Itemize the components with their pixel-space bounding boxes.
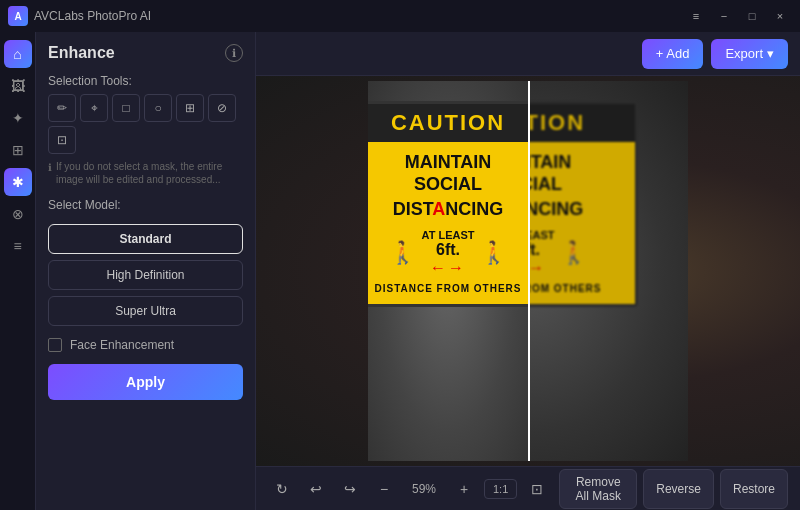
title-bar: A AVCLabs PhotoPro AI ≡ − □ × [0, 0, 800, 32]
selection-tools-label: Selection Tools: [48, 74, 243, 88]
zoom-level: 59% [404, 482, 444, 496]
export-button[interactable]: Export ▾ [711, 39, 788, 69]
tool-hint: ℹ If you do not select a mask, the entir… [48, 160, 243, 186]
minimize-button[interactable]: − [712, 6, 736, 26]
zoom-out-button[interactable]: − [370, 475, 398, 503]
tool-subtract[interactable]: ⊘ [208, 94, 236, 122]
fit-button[interactable]: ⊡ [523, 475, 551, 503]
sign-body-after: MAINTAINSOCIAL DISTANCING 🚶 AT LEAST 6ft… [368, 142, 528, 304]
sidebar-icon-home[interactable]: ⌂ [4, 40, 32, 68]
model-section: Select Model: Standard High Definition S… [48, 198, 243, 326]
reverse-button[interactable]: Reverse [643, 469, 714, 509]
window-controls: ≡ − □ × [684, 6, 792, 26]
icon-sidebar: ⌂ 🖼 ✦ ⊞ ✱ ⊗ ≡ [0, 32, 36, 510]
bottom-bar: ↻ ↩ ↪ − 59% + 1:1 ⊡ Remove All Mask Reve… [256, 466, 800, 510]
redo-button[interactable]: ↪ [336, 475, 364, 503]
face-enhancement-label: Face Enhancement [70, 338, 174, 352]
tools-grid: ✏ ⌖ □ ○ ⊞ ⊘ ⊡ [48, 94, 243, 154]
selection-tools-section: Selection Tools: ✏ ⌖ □ ○ ⊞ ⊘ ⊡ ℹ If you … [48, 74, 243, 186]
bottom-controls: ↻ ↩ ↪ − 59% + 1:1 ⊡ [268, 475, 551, 503]
app-icon: A [8, 6, 28, 26]
bottom-right-actions: Remove All Mask Reverse Restore [559, 469, 788, 509]
hint-text: If you do not select a mask, the entire … [56, 160, 243, 186]
tool-lasso[interactable]: ⌖ [80, 94, 108, 122]
face-enhancement-checkbox[interactable] [48, 338, 62, 352]
face-enhancement: Face Enhancement [48, 338, 243, 352]
model-label: Select Model: [48, 198, 243, 212]
model-super-ultra-button[interactable]: Super Ultra [48, 296, 243, 326]
panel-header: Enhance ℹ [48, 44, 243, 62]
zoom-in-button[interactable]: + [450, 475, 478, 503]
one-to-one-button[interactable]: 1:1 [484, 479, 517, 499]
tool-smart[interactable]: ⊞ [176, 94, 204, 122]
add-button[interactable]: + Add [642, 39, 704, 69]
tool-grid[interactable]: ⊡ [48, 126, 76, 154]
sidebar-icon-star[interactable]: ✱ [4, 168, 32, 196]
tool-pencil[interactable]: ✏ [48, 94, 76, 122]
refresh-button[interactable]: ↻ [268, 475, 296, 503]
split-view: CAUTION MAINTAINSOCIAL DISTANCING 🚶 AT L… [368, 81, 688, 461]
menu-button[interactable]: ≡ [684, 6, 708, 26]
sign-caution-header-after: CAUTION [368, 104, 528, 142]
sidebar-icon-grid[interactable]: ⊞ [4, 136, 32, 164]
panel-title: Enhance [48, 44, 115, 62]
left-panel: Enhance ℹ Selection Tools: ✏ ⌖ □ ○ ⊞ ⊘ ⊡… [36, 32, 256, 510]
model-standard-button[interactable]: Standard [48, 224, 243, 254]
undo-button[interactable]: ↩ [302, 475, 330, 503]
remove-all-mask-button[interactable]: Remove All Mask [559, 469, 637, 509]
tool-rect[interactable]: □ [112, 94, 140, 122]
sidebar-icon-settings[interactable]: ≡ [4, 232, 32, 260]
top-bar: + Add Export ▾ [256, 32, 800, 76]
model-high-definition-button[interactable]: High Definition [48, 260, 243, 290]
split-line[interactable] [528, 81, 530, 461]
sidebar-icon-enhance[interactable]: ✦ [4, 104, 32, 132]
info-icon[interactable]: ℹ [225, 44, 243, 62]
main-content: + Add Export ▾ CAUTION MAINTAIN [256, 32, 800, 510]
apply-button[interactable]: Apply [48, 364, 243, 400]
sidebar-icon-layers[interactable]: ⊗ [4, 200, 32, 228]
restore-button[interactable]: Restore [720, 469, 788, 509]
close-button[interactable]: × [768, 6, 792, 26]
hint-icon: ℹ [48, 161, 52, 174]
after-layer: CAUTION MAINTAINSOCIAL DISTANCING 🚶 AT L… [368, 81, 528, 461]
tool-ellipse[interactable]: ○ [144, 94, 172, 122]
main-layout: ⌂ 🖼 ✦ ⊞ ✱ ⊗ ≡ Enhance ℹ Selection Tools:… [0, 32, 800, 510]
title-bar-left: A AVCLabs PhotoPro AI [8, 6, 151, 26]
app-title: AVCLabs PhotoPro AI [34, 9, 151, 23]
canvas-area: CAUTION MAINTAINSOCIAL DISTANCING 🚶 AT L… [256, 76, 800, 466]
maximize-button[interactable]: □ [740, 6, 764, 26]
sidebar-icon-gallery[interactable]: 🖼 [4, 72, 32, 100]
